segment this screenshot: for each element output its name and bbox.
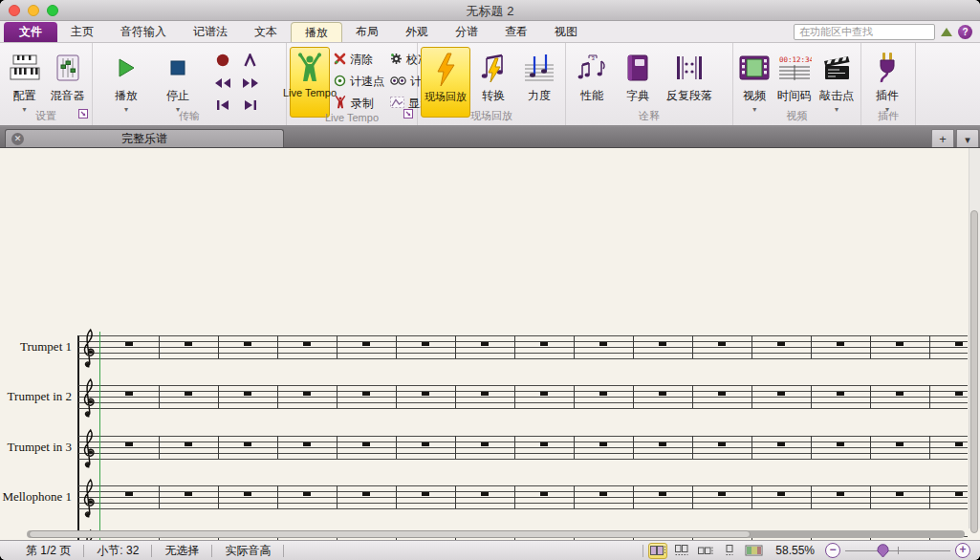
double-circle-icon [390, 75, 406, 89]
zoom-slider[interactable] [845, 543, 950, 558]
tab-layout[interactable]: 布局 [342, 22, 392, 42]
group-settings: 配置 ▾ 混音器 设置 [0, 43, 93, 125]
whole-rests [99, 492, 968, 496]
view-spread-vertical-button[interactable] [672, 543, 691, 559]
staff-label: Trumpet 1 [0, 339, 72, 355]
group-label-transport: 传输 [93, 109, 286, 123]
tab-play[interactable]: 播放 [291, 22, 342, 42]
ribbon-search-input[interactable] [794, 24, 935, 40]
repeat-sections-button[interactable]: 反复段落 [661, 47, 718, 104]
whole-rests [99, 442, 968, 446]
group-label-plugins: 插件 [861, 109, 915, 123]
staff-row [78, 385, 968, 409]
tab-appearance[interactable]: 外观 [392, 22, 442, 42]
view-single-column-button[interactable] [720, 543, 739, 559]
tab-parts[interactable]: 分谱 [442, 22, 491, 42]
clapperboard-icon [822, 51, 851, 85]
timecode-button[interactable]: 00:12:34 时间码 [773, 47, 816, 104]
group-plugins: 插件 ▾ 插件 [861, 43, 916, 125]
stop-button[interactable]: 停止 ▾ [155, 47, 201, 114]
zoom-percentage: 58.55% [775, 544, 815, 557]
metronome-click-button[interactable] [243, 54, 257, 71]
staff-label: Trumpet in 2 [0, 389, 72, 404]
view-single-row-button[interactable] [696, 543, 715, 559]
film-icon [739, 51, 770, 85]
status-page: 第 1/2 页 [13, 543, 83, 559]
mixer-icon [54, 51, 81, 85]
status-pitch-mode: 实际音高 [212, 543, 283, 559]
collapse-ribbon-icon[interactable] [941, 28, 952, 36]
horizontal-scrollbar-thumb[interactable] [29, 530, 751, 538]
transform-live-playback-button[interactable]: 转换 [470, 47, 516, 104]
record-button[interactable] [216, 54, 229, 71]
horizontal-scrollbar[interactable] [27, 530, 965, 538]
group-live-tempo: Live Tempo 清除 计速点 录制 校准 [287, 43, 418, 125]
dictionary-button[interactable]: 字典 [615, 47, 661, 104]
live-tempo-button[interactable]: Live Tempo [290, 47, 330, 118]
staff-row [78, 335, 968, 359]
tab-home[interactable]: 主页 [57, 22, 107, 42]
tab-review[interactable]: 查看 [491, 22, 541, 42]
score-canvas[interactable]: Trumpet 1 Trumpet in 2 Trumpet in 3 Mell… [0, 148, 980, 540]
dynamics-live-playback-button[interactable]: 力度 [516, 47, 562, 104]
performance-notes-icon: 3 [576, 51, 608, 85]
document-tab-bar: ✕ 完整乐谱 + ▾ [0, 127, 980, 148]
record-live-tempo-button[interactable]: 录制 [334, 96, 384, 112]
clear-live-tempo-button[interactable]: 清除 [334, 52, 384, 68]
tap-points-button[interactable]: 计速点 [334, 74, 384, 90]
panorama-view-button[interactable] [744, 543, 763, 559]
live-playback-button[interactable]: 现场回放 [421, 47, 470, 118]
ribbon-tab-row: 文件 主页 音符输入 记谱法 文本 播放 布局 外观 分谱 查看 视图 ? [0, 21, 980, 43]
rewind-button[interactable] [214, 75, 231, 93]
new-tab-button[interactable]: + [931, 129, 954, 147]
performance-button[interactable]: 3 性能 [569, 47, 615, 104]
tab-full-score[interactable]: ✕ 完整乐谱 [5, 129, 284, 147]
whole-rests [99, 342, 968, 346]
staff-row [78, 436, 968, 460]
zoom-out-button[interactable]: − [825, 543, 840, 558]
plugins-button[interactable]: 插件 ▾ [864, 47, 910, 114]
repeat-barlines-icon [675, 51, 704, 85]
keyboard-icon [10, 51, 40, 85]
staff-row [78, 485, 968, 509]
title-bar: 无标题 2 [0, 0, 980, 21]
hit-points-button[interactable]: 敲击点 ▾ [816, 47, 858, 114]
tab-file[interactable]: 文件 [4, 22, 57, 42]
group-label-settings: 设置 [0, 109, 92, 123]
app-window: 无标题 2 文件 主页 音符输入 记谱法 文本 播放 布局 外观 分谱 查看 视… [0, 0, 980, 560]
gear-icon [390, 53, 403, 68]
staff-label: Trumpet in 3 [0, 440, 72, 455]
zoom-slider-thumb[interactable] [877, 544, 889, 560]
tab-menu-button[interactable]: ▾ [956, 129, 979, 147]
tab-note-input[interactable]: 音符输入 [107, 22, 180, 42]
group-label-interpretation: 诠释 [566, 109, 732, 123]
dynamics-icon [524, 51, 555, 85]
mixer-button[interactable]: 混音器 [46, 47, 89, 104]
vertical-scrollbar[interactable] [969, 148, 980, 528]
tab-view[interactable]: 视图 [541, 22, 591, 42]
configure-button[interactable]: 配置 ▾ [3, 47, 46, 114]
clear-icon [334, 53, 346, 68]
zoom-in-button[interactable]: + [955, 543, 970, 558]
vertical-scrollbar-thumb[interactable] [970, 210, 978, 533]
ribbon: 配置 ▾ 混音器 设置 [0, 43, 980, 127]
play-button[interactable]: 播放 ▾ [103, 47, 149, 114]
staff-label: Mellophone 1 [0, 489, 72, 505]
status-bars-count: 小节: 32 [84, 543, 151, 559]
tap-point-icon [334, 75, 346, 90]
tab-text[interactable]: 文本 [241, 22, 291, 42]
video-button[interactable]: 视频 ▾ [736, 47, 773, 114]
treble-clef-icon [80, 377, 97, 418]
svg-text:3: 3 [592, 55, 596, 61]
fast-forward-button[interactable] [242, 75, 259, 93]
help-icon[interactable]: ? [958, 25, 972, 39]
whole-rests [99, 392, 968, 396]
conductor-icon [296, 52, 323, 84]
group-label-live-playback: 现场回放 [418, 109, 565, 123]
status-bar: 第 1/2 页 小节: 32 无选择 实际音高 58.55% − [0, 540, 980, 560]
treble-clef-icon [80, 427, 97, 468]
tab-notations[interactable]: 记谱法 [180, 22, 241, 42]
book-icon [624, 51, 651, 85]
view-spread-horizontal-button[interactable] [648, 543, 667, 559]
svg-text:00:12:34: 00:12:34 [779, 55, 812, 64]
